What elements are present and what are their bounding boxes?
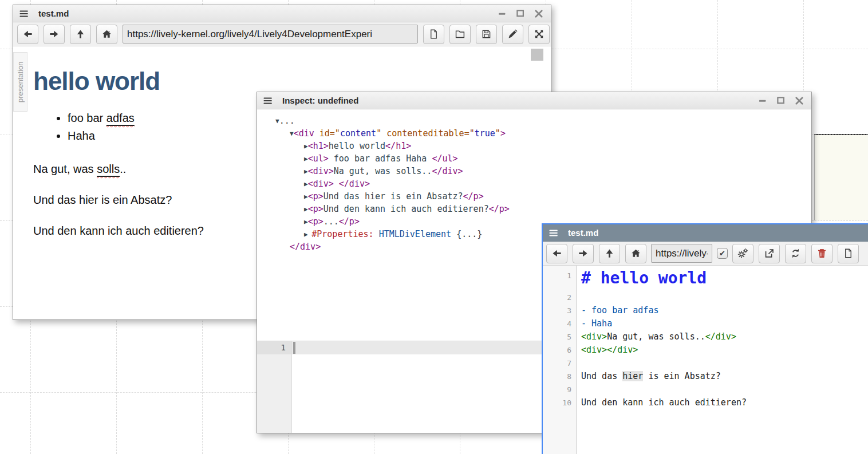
minimize-icon bbox=[497, 9, 507, 19]
line-number: 10 bbox=[543, 396, 576, 409]
up-button[interactable] bbox=[70, 25, 91, 44]
external-link-icon bbox=[764, 248, 775, 259]
editor-line: 7 bbox=[543, 357, 868, 370]
titlebar-markdown-editor[interactable]: test.md bbox=[543, 224, 868, 242]
window-title: test.md bbox=[38, 9, 489, 18]
line-number: 7 bbox=[543, 357, 576, 370]
close-icon bbox=[534, 9, 544, 19]
misspelled-word: adfas bbox=[106, 112, 135, 124]
back-button[interactable] bbox=[17, 25, 38, 44]
maximize-icon bbox=[776, 96, 786, 106]
dom-tree-node[interactable]: ▶<p>Und den kann ich auch editieren?</p> bbox=[257, 203, 811, 215]
settings-gears-icon bbox=[737, 248, 748, 259]
line-number: 8 bbox=[543, 370, 576, 383]
forward-icon bbox=[578, 248, 589, 259]
window-title: Inspect: undefined bbox=[282, 96, 749, 105]
presentation-tab[interactable]: presentation bbox=[13, 52, 27, 112]
dom-tree-node[interactable]: ▶<p>Und das hier is ein Absatz?</p> bbox=[257, 190, 811, 203]
url-bar-checkbox[interactable]: ✔ bbox=[717, 248, 728, 259]
minimize-icon bbox=[757, 96, 768, 106]
dom-tree-node[interactable]: ▶<div>Na gut, was solls..</div> bbox=[257, 165, 811, 177]
desktop: test.md presentation hello world foo bar… bbox=[0, 0, 868, 454]
dom-tree-node[interactable]: ▶<div> </div> bbox=[257, 177, 811, 190]
line-number: 3 bbox=[543, 304, 576, 317]
window-title: test.md bbox=[568, 228, 863, 238]
trash-icon bbox=[816, 248, 827, 259]
hamburger-icon bbox=[263, 96, 273, 106]
edit-button[interactable] bbox=[502, 25, 523, 44]
dom-tree-node[interactable]: ▼... bbox=[257, 115, 811, 127]
line-number: 9 bbox=[543, 383, 576, 396]
misspelled-word: solls bbox=[97, 163, 120, 175]
hamburger-icon bbox=[549, 228, 559, 238]
close-button[interactable] bbox=[793, 94, 806, 107]
menu-button[interactable] bbox=[263, 96, 275, 106]
scrollbar-thumb[interactable] bbox=[531, 49, 543, 61]
refresh-button[interactable] bbox=[785, 244, 806, 263]
trash-button[interactable] bbox=[811, 244, 833, 263]
expand-icon bbox=[534, 29, 545, 40]
dom-tree-node[interactable]: ▼<div id="content" contenteditable="true… bbox=[257, 127, 811, 140]
dom-tree-node[interactable]: ▶<ul> foo bar adfas Haha </ul> bbox=[257, 152, 811, 165]
line-number: 5 bbox=[543, 330, 576, 344]
titlebar-markdown-view[interactable]: test.md bbox=[13, 5, 551, 22]
back-button[interactable] bbox=[546, 244, 567, 263]
home-button[interactable] bbox=[96, 25, 117, 44]
forward-icon bbox=[49, 29, 60, 40]
maximize-button[interactable] bbox=[514, 7, 527, 20]
editor-line: 2 bbox=[543, 291, 868, 304]
close-button[interactable] bbox=[532, 7, 545, 20]
folder-icon bbox=[455, 29, 465, 40]
browser-toolbar: ✔ bbox=[543, 242, 868, 266]
save-icon bbox=[481, 29, 492, 40]
window-markdown-editor: test.md ✔ 1# hello world23- foo bar adfa… bbox=[542, 223, 868, 454]
back-icon bbox=[22, 29, 33, 40]
new-file-icon bbox=[428, 29, 439, 40]
save-button[interactable] bbox=[476, 25, 497, 44]
settings-gears-button[interactable] bbox=[732, 244, 753, 263]
up-icon bbox=[604, 248, 615, 259]
editor-line: 10Und den kann ich auch editieren? bbox=[543, 396, 868, 409]
up-icon bbox=[75, 29, 86, 40]
maximize-icon bbox=[515, 9, 526, 19]
up-button[interactable] bbox=[599, 244, 620, 263]
partial-window-fragment bbox=[814, 134, 868, 220]
expand-button[interactable] bbox=[528, 25, 550, 44]
minimize-button[interactable] bbox=[496, 7, 508, 20]
editor-line: 4- Haha bbox=[543, 317, 868, 330]
close-icon bbox=[794, 96, 804, 106]
line-number: 6 bbox=[543, 344, 576, 357]
menu-button[interactable] bbox=[549, 228, 561, 238]
text-cursor bbox=[293, 342, 295, 354]
new-file-button[interactable] bbox=[838, 244, 859, 263]
check-icon: ✔ bbox=[719, 249, 725, 258]
editor-line: 6<div></div> bbox=[543, 344, 868, 357]
url-input[interactable] bbox=[123, 25, 418, 44]
code-editor[interactable]: 1# hello world23- foo bar adfas4- Haha5<… bbox=[543, 266, 868, 454]
minimize-button[interactable] bbox=[756, 94, 769, 107]
menu-button[interactable] bbox=[19, 9, 31, 19]
url-input[interactable] bbox=[651, 244, 712, 263]
dom-tree-node[interactable]: ▶<h1>hello world</h1> bbox=[257, 140, 811, 152]
editor-line: 1# hello world bbox=[543, 267, 868, 291]
home-button[interactable] bbox=[625, 244, 646, 263]
browser-toolbar bbox=[13, 22, 551, 46]
editor-line: 8Und das hier is ein Absatz? bbox=[543, 370, 868, 383]
line-number: 2 bbox=[543, 291, 576, 304]
maximize-button[interactable] bbox=[775, 94, 787, 107]
external-link-button[interactable] bbox=[759, 244, 780, 263]
hamburger-icon bbox=[19, 9, 29, 19]
home-icon bbox=[630, 248, 641, 259]
new-file-button[interactable] bbox=[423, 25, 444, 44]
titlebar-inspector[interactable]: Inspect: undefined bbox=[257, 92, 811, 109]
new-file-icon bbox=[843, 248, 854, 259]
forward-button[interactable] bbox=[44, 25, 65, 44]
editor-line: 5<div>Na gut, was solls..</div> bbox=[543, 330, 868, 344]
editor-line: 9 bbox=[543, 383, 868, 396]
line-number: 4 bbox=[543, 317, 576, 330]
line-number: 1 bbox=[543, 267, 576, 291]
forward-button[interactable] bbox=[573, 244, 594, 263]
line-number: 1 bbox=[257, 341, 291, 354]
editor-line: 3- foo bar adfas bbox=[543, 304, 868, 317]
folder-button[interactable] bbox=[449, 25, 471, 44]
